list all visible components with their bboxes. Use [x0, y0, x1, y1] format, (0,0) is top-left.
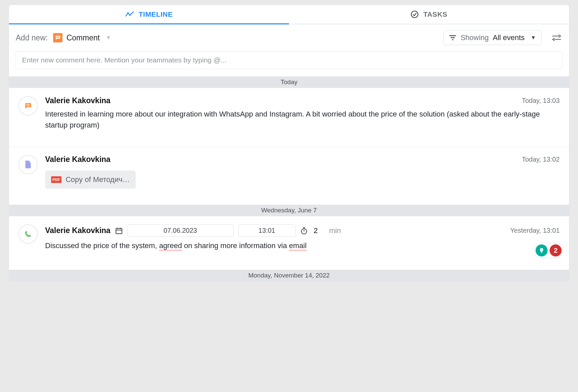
call-time-input[interactable] [238, 224, 296, 237]
chevron-down-icon: ▼ [531, 35, 536, 41]
date-divider-wed: Wednesday, June 7 [9, 205, 569, 216]
tab-tasks[interactable]: TASKS [289, 5, 569, 24]
entry-type-avatar [18, 96, 38, 116]
calendar-icon [115, 227, 123, 234]
tab-tasks-label: TASKS [423, 10, 447, 18]
pdf-icon: PDF [51, 176, 61, 183]
svg-rect-21 [541, 252, 542, 253]
entry-author: Valerie Kakovkina [45, 155, 111, 164]
call-date-input[interactable] [127, 224, 234, 237]
add-new-type-selector[interactable]: Comment ▼ [53, 33, 111, 42]
file-icon [25, 160, 31, 169]
attachment-filename: Copy of Методич… [65, 175, 130, 184]
call-duration-unit: min [329, 226, 341, 235]
entry-timestamp: Yesterday, 13:01 [510, 227, 560, 234]
new-comment-input[interactable] [16, 51, 562, 69]
timeline-entry: Valerie Kakovkina Today, 13:02 PDF Copy … [9, 147, 569, 205]
svg-point-0 [127, 12, 129, 14]
add-new-type-label: Comment [66, 33, 100, 42]
tasks-icon [411, 10, 419, 18]
notification-count: 2 [554, 247, 557, 254]
comment-icon [53, 33, 62, 42]
attachment-chip[interactable]: PDF Copy of Методич… [45, 171, 136, 189]
floating-actions: 2 [534, 243, 563, 258]
events-filter[interactable]: Showing All events ▼ [443, 30, 542, 45]
date-divider-mon: Monday, November 14, 2022 [9, 270, 569, 281]
filter-showing-label: Showing [460, 33, 488, 42]
timeline-entry: Valerie Kakovkina 2 min Yesterday, 13:01… [9, 216, 569, 270]
add-new-label: Add new: [16, 33, 48, 42]
entry-type-avatar [18, 224, 38, 244]
svg-point-2 [411, 11, 418, 18]
chevron-down-icon: ▼ [106, 35, 111, 41]
entry-author: Valerie Kakovkina [45, 96, 111, 105]
svg-rect-13 [116, 228, 122, 234]
hint-button[interactable] [536, 244, 548, 256]
timeline-entry: Valerie Kakovkina Today, 13:03 Intereste… [9, 88, 569, 147]
notification-count-button[interactable]: 2 [550, 244, 562, 256]
phone-icon [24, 230, 32, 238]
tab-timeline[interactable]: TIMELINE [9, 5, 289, 24]
entry-timestamp: Today, 13:03 [522, 97, 560, 105]
date-divider-today: Today [9, 76, 569, 88]
comment-icon [24, 102, 32, 110]
entry-author: Valerie Kakovkina [45, 226, 111, 235]
filter-icon [449, 35, 456, 41]
tabs: TIMELINE TASKS [9, 5, 569, 24]
timeline-icon [125, 11, 134, 17]
stopwatch-icon [300, 227, 308, 235]
svg-point-1 [129, 14, 131, 16]
add-new-row: Add new: Comment ▼ Showing All events ▼ [9, 24, 569, 46]
tab-timeline-label: TIMELINE [139, 10, 173, 18]
entry-text: Interested in learning more about our in… [45, 109, 560, 131]
filter-value: All events [493, 33, 525, 42]
call-duration-value: 2 [314, 226, 318, 235]
entry-text: Discussed the price of the system, agree… [45, 240, 560, 251]
entry-timestamp: Today, 13:02 [522, 156, 560, 163]
entry-type-avatar [18, 155, 38, 174]
settings-toggle-button[interactable] [551, 34, 562, 41]
